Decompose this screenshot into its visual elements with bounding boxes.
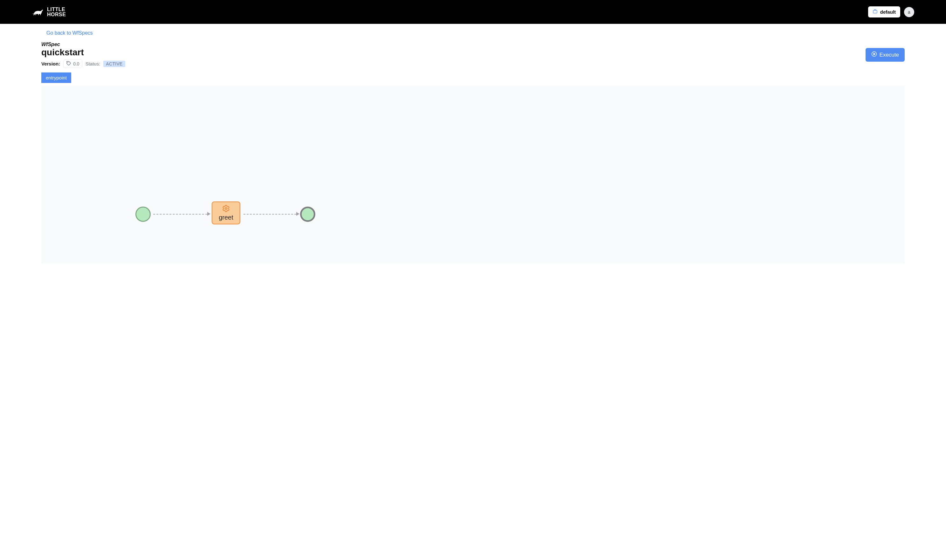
- version-label: Version:: [42, 61, 60, 66]
- user-avatar[interactable]: a: [904, 7, 914, 17]
- header-right: default a: [868, 6, 914, 17]
- svg-point-1: [68, 62, 68, 63]
- logo-text-line2: HORSE: [47, 12, 66, 17]
- task-node-label: greet: [219, 214, 233, 221]
- tabs: entrypoint: [42, 72, 904, 83]
- status-badge: ACTIVE: [103, 61, 125, 67]
- workspace-selector[interactable]: default: [868, 6, 900, 17]
- play-circle-icon: [871, 51, 877, 58]
- avatar-initial: a: [908, 9, 911, 15]
- version-pill[interactable]: 0.0: [63, 59, 82, 68]
- logo-text: LITTLE HORSE: [47, 7, 66, 17]
- arrow-icon: [207, 212, 211, 216]
- back-link[interactable]: Go back to WfSpecs: [46, 30, 93, 36]
- svg-marker-3: [874, 53, 875, 55]
- type-label: WfSpec: [42, 42, 125, 47]
- execute-button[interactable]: Execute: [866, 48, 904, 62]
- start-node[interactable]: [135, 206, 151, 222]
- meta-row: Version: 0.0 Status: ACTIVE: [42, 59, 125, 68]
- app-header: LITTLE HORSE default a: [0, 0, 946, 24]
- status-label: Status:: [86, 61, 100, 66]
- page-header: WfSpec quickstart Version: 0.0 Status: A…: [42, 42, 904, 68]
- version-value: 0.0: [73, 62, 79, 66]
- horse-icon: [32, 8, 45, 17]
- cog-icon: [222, 205, 230, 213]
- tab-entrypoint[interactable]: entrypoint: [42, 72, 71, 83]
- main-content: Go back to WfSpecs WfSpec quickstart Ver…: [0, 24, 946, 263]
- page-title: quickstart: [42, 47, 125, 57]
- execute-label: Execute: [880, 52, 899, 58]
- tag-icon: [66, 61, 71, 67]
- edge-start-to-task: [153, 214, 207, 215]
- edge-task-to-end: [243, 214, 296, 215]
- page-header-left: WfSpec quickstart Version: 0.0 Status: A…: [42, 42, 125, 68]
- workflow-canvas[interactable]: greet: [42, 86, 904, 263]
- task-node-greet[interactable]: greet: [212, 202, 240, 225]
- arrow-icon: [296, 212, 300, 216]
- logo-text-line1: LITTLE: [47, 7, 66, 12]
- logo[interactable]: LITTLE HORSE: [32, 7, 66, 17]
- briefcase-icon: [872, 9, 878, 15]
- workspace-label: default: [880, 9, 896, 15]
- svg-rect-0: [873, 11, 877, 13]
- end-node[interactable]: [300, 206, 315, 222]
